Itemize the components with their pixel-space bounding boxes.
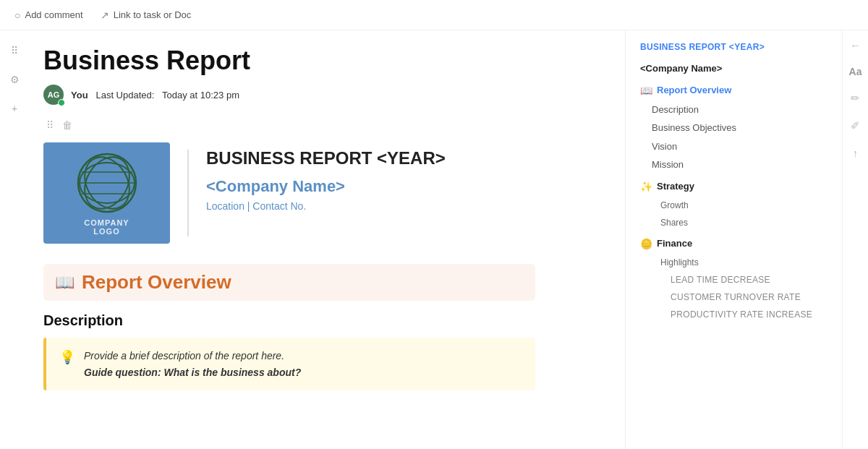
- overview-icon: 📖: [55, 273, 75, 292]
- toc-label-5: Mission: [652, 158, 684, 172]
- online-badge: [58, 99, 65, 106]
- toc-label-11: LEAD TIME DECREASE: [671, 273, 770, 286]
- company-logo-svg: [75, 150, 140, 215]
- edit-icon[interactable]: ✏: [851, 92, 860, 105]
- company-logo-box: COMPANY LOGO: [43, 142, 170, 244]
- main-layout: ⠿ ⚙ + Business Report AG You Last Update…: [0, 30, 868, 449]
- doc-title: Business Report: [43, 45, 596, 76]
- callout-text: Provide a brief description of the repor…: [84, 348, 301, 380]
- toc-label-2: Description: [652, 103, 699, 117]
- toolbar: ○ Add comment ↗ Link to task or Doc: [0, 0, 868, 30]
- callout-line1: Provide a brief description of the repor…: [84, 350, 284, 362]
- report-card-text: BUSINESS REPORT <YEAR> <Company Name> Lo…: [206, 142, 446, 212]
- link-task-label: Link to task or Doc: [114, 9, 192, 20]
- toc-item-3[interactable]: Business Objectives: [640, 119, 833, 137]
- toc-item-5[interactable]: Mission: [640, 155, 833, 174]
- trash-icon[interactable]: 🗑: [62, 119, 72, 131]
- toc-items-container: <Company Name>📖Report OverviewDescriptio…: [640, 59, 833, 323]
- location-contact: Location | Contact No.: [206, 200, 446, 212]
- toc-item-10[interactable]: Highlights: [640, 254, 833, 271]
- toc-label-12: CUSTOMER TURNOVER RATE: [671, 291, 801, 304]
- add-comment-label: Add comment: [25, 9, 82, 20]
- overview-title: Report Overview: [82, 271, 231, 294]
- toc-item-9[interactable]: 🪙Finance: [640, 234, 833, 254]
- edit2-icon[interactable]: ✐: [851, 119, 860, 132]
- toc-label-3: Business Objectives: [652, 121, 736, 135]
- avatar: AG: [43, 85, 64, 105]
- last-updated-value: Today at 10:23 pm: [162, 90, 239, 101]
- toc-label-13: PRODUCTIVITY RATE INCREASE: [671, 308, 812, 321]
- doc-meta: AG You Last Updated: Today at 10:23 pm: [43, 85, 596, 105]
- drag-dots-icon[interactable]: ⠿: [46, 119, 54, 131]
- toc-label-0: <Company Name>: [640, 61, 722, 76]
- back-arrow-icon[interactable]: ←: [850, 39, 861, 51]
- toc-item-12[interactable]: CUSTOMER TURNOVER RATE: [640, 288, 833, 306]
- toc-item-2[interactable]: Description: [640, 101, 833, 119]
- toc-label-4: Vision: [652, 140, 677, 154]
- toc-label-9: Finance: [657, 236, 692, 251]
- share-icon[interactable]: ↑: [853, 147, 859, 159]
- toc-label-6: Strategy: [657, 179, 694, 194]
- left-panel: ⠿ ⚙ +: [0, 30, 29, 449]
- content-area: Business Report AG You Last Updated: Tod…: [29, 30, 625, 449]
- toc-item-13[interactable]: PRODUCTIVITY RATE INCREASE: [640, 306, 833, 323]
- toc-icon-9: 🪙: [640, 236, 652, 252]
- toc-item-11[interactable]: LEAD TIME DECREASE: [640, 271, 833, 288]
- toc-icon-6: ✨: [640, 179, 652, 194]
- description-heading: Description: [43, 312, 596, 329]
- toc-label-1: Report Overview: [657, 83, 731, 98]
- link-icon: ↗: [101, 9, 109, 21]
- callout-box: 💡 Provide a brief description of the rep…: [43, 338, 535, 390]
- font-size-icon[interactable]: Aa: [849, 66, 862, 77]
- last-updated-label: Last Updated:: [95, 90, 154, 101]
- right-icons-panel: ← Aa ✏ ✐ ↑: [842, 30, 868, 449]
- toc-label-10: Highlights: [660, 256, 699, 269]
- overview-section-header: 📖 Report Overview: [43, 264, 535, 301]
- toc-item-8[interactable]: Shares: [640, 214, 833, 231]
- action-row: ⠿ 🗑: [43, 119, 596, 131]
- drag-handle-icon[interactable]: ⠿: [6, 42, 23, 59]
- toc-sidebar: BUSINESS REPORT <YEAR> <Company Name>📖Re…: [625, 30, 842, 449]
- card-divider: [187, 150, 189, 236]
- toc-item-4[interactable]: Vision: [640, 137, 833, 156]
- toc-icon-1: 📖: [640, 83, 652, 98]
- report-card: COMPANY LOGO BUSINESS REPORT <YEAR> <Com…: [43, 142, 596, 244]
- toc-label-7: Growth: [660, 199, 689, 212]
- toc-item-1[interactable]: 📖Report Overview: [640, 81, 833, 101]
- bulb-icon: 💡: [59, 349, 75, 365]
- logo-label: COMPANY LOGO: [84, 218, 129, 236]
- add-block-icon[interactable]: +: [6, 100, 23, 117]
- toc-item-0[interactable]: <Company Name>: [640, 59, 833, 78]
- toc-item-7[interactable]: Growth: [640, 197, 833, 214]
- callout-line2: Guide question: What is the business abo…: [84, 367, 301, 378]
- toc-item-6[interactable]: ✨Strategy: [640, 177, 833, 197]
- settings-icon[interactable]: ⚙: [6, 71, 23, 88]
- comment-icon: ○: [14, 9, 20, 21]
- user-label: You: [71, 90, 88, 101]
- report-card-title: BUSINESS REPORT <YEAR>: [206, 148, 446, 168]
- add-comment-button[interactable]: ○ Add comment: [14, 9, 83, 21]
- avatar-initials: AG: [48, 90, 60, 99]
- company-name: <Company Name>: [206, 177, 446, 196]
- toc-top-title: BUSINESS REPORT <YEAR>: [640, 42, 833, 52]
- link-task-button[interactable]: ↗ Link to task or Doc: [101, 9, 192, 21]
- toc-label-8: Shares: [660, 216, 688, 229]
